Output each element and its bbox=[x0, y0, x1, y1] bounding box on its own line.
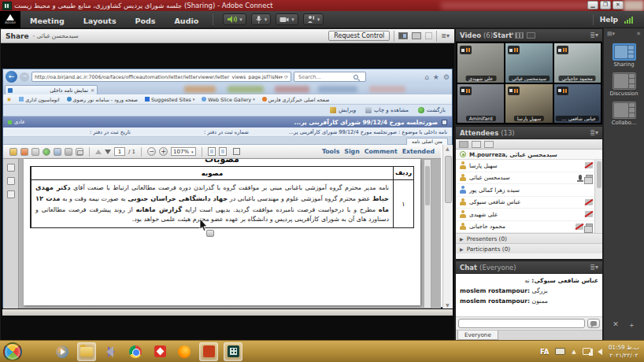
add-layout-icon[interactable]: ＋ bbox=[628, 320, 635, 331]
set-status-button[interactable]: ▾ bbox=[303, 13, 324, 25]
favorite-link[interactable]: اتوماسیون اداری bbox=[19, 97, 59, 102]
help-menu[interactable]: Help bbox=[600, 16, 618, 24]
layout-thumbnail[interactable] bbox=[613, 102, 636, 119]
search-box[interactable] bbox=[294, 72, 366, 82]
previous-page-icon[interactable] bbox=[95, 150, 102, 154]
fit-page-icon[interactable] bbox=[219, 147, 227, 156]
favorite-link[interactable]: صفحه اصلی خبرگزاری فارس bbox=[262, 97, 330, 102]
export-icon[interactable] bbox=[20, 148, 28, 156]
menu-item[interactable]: Audio bbox=[165, 17, 209, 25]
minimize-button[interactable]: ▁ bbox=[587, 1, 598, 9]
breakout-view-icon[interactable] bbox=[472, 141, 481, 148]
fit-width-icon[interactable] bbox=[208, 147, 216, 156]
attendee-row[interactable]: سیدمحسن غیاثی bbox=[456, 172, 596, 185]
webapp-action-button[interactable]: ویرایش bbox=[330, 107, 356, 113]
file-explorer[interactable] bbox=[77, 342, 96, 361]
webapp-action-button[interactable]: بازگشت bbox=[418, 107, 446, 113]
webapp-action-button[interactable]: مشاهده و چاپ bbox=[365, 107, 409, 113]
zoom-out-icon[interactable]: − bbox=[147, 147, 156, 156]
chevron-down-icon[interactable]: ▾ bbox=[291, 17, 294, 23]
attendees-scrollbar[interactable] bbox=[594, 160, 602, 233]
chevron-down-icon[interactable]: ▾ bbox=[239, 17, 242, 23]
attendee-row[interactable]: محمود حاجیانی bbox=[456, 221, 596, 234]
refresh-icon[interactable]: ▾ ⟳ bbox=[280, 74, 288, 79]
layout-thumbnail[interactable] bbox=[613, 72, 636, 90]
delete-layout-icon[interactable]: ✕ bbox=[613, 320, 619, 331]
tab-close-icon[interactable]: ✕ bbox=[91, 87, 94, 93]
email-icon[interactable] bbox=[76, 148, 83, 156]
grid-view-icon[interactable] bbox=[515, 32, 524, 39]
home-icon[interactable]: ⌂ bbox=[424, 73, 429, 81]
hidden-icons-arrow[interactable]: ▲ bbox=[572, 349, 576, 355]
expand-triangle-icon[interactable]: ▶ bbox=[460, 246, 464, 252]
powerpoint[interactable] bbox=[199, 342, 218, 361]
collapse-icon[interactable] bbox=[442, 120, 447, 125]
video-tile[interactable]: سیدمحسن غیاثی bbox=[505, 43, 552, 83]
attendee-row[interactable]: سیده زهرا کمالی پور bbox=[456, 184, 596, 197]
settings-gear-icon[interactable]: ⚙ bbox=[443, 73, 450, 81]
layout-item[interactable]: Collabo... bbox=[604, 102, 644, 126]
video-tile[interactable]: Aminifard bbox=[457, 84, 504, 124]
search-input[interactable] bbox=[297, 73, 352, 81]
menu-item[interactable]: Meeting bbox=[20, 17, 74, 25]
pod-menu-icon[interactable]: ≣▾ bbox=[590, 129, 598, 136]
favorite-link[interactable]: صفحه ورود - سامانه نور رضوی bbox=[67, 97, 138, 102]
video-tile[interactable]: سهیل پارسا bbox=[505, 84, 552, 124]
pdf-scrollbar[interactable] bbox=[424, 159, 431, 308]
pdf-menu-item[interactable]: Comment bbox=[365, 148, 398, 155]
video-tile[interactable]: علی شهیدی bbox=[457, 43, 504, 83]
screen-view-icon[interactable] bbox=[398, 32, 408, 39]
saveas-icon[interactable] bbox=[9, 148, 17, 156]
chevron-down-icon[interactable]: ▾ bbox=[317, 17, 320, 23]
search-icon[interactable] bbox=[353, 75, 358, 79]
add-favorite-icon[interactable]: ★ bbox=[6, 96, 12, 103]
print-icon[interactable] bbox=[65, 148, 72, 156]
zoom-view-icon[interactable] bbox=[412, 32, 421, 39]
address-bar[interactable]: http://oa.birjand.ac.ir:7006/oa/faces/of… bbox=[31, 72, 291, 82]
menu-item[interactable]: Pods bbox=[126, 17, 165, 25]
expand-icon[interactable] bbox=[233, 148, 240, 155]
layout-item[interactable]: Sharing bbox=[604, 43, 644, 68]
red-media-app[interactable] bbox=[150, 342, 169, 361]
layout-thumbnail[interactable] bbox=[613, 43, 636, 61]
chat-tab-everyone[interactable]: Everyone bbox=[457, 331, 498, 340]
clock[interactable]: ب.ظ 01:59 ۲۰۲۱/۲۲/۰۲ bbox=[609, 344, 639, 360]
firefox[interactable] bbox=[175, 342, 194, 361]
attendee-row[interactable]: سهیل پارسا bbox=[456, 160, 596, 172]
send-message-button[interactable] bbox=[587, 319, 600, 328]
start-webcam-button[interactable]: Start bbox=[493, 31, 512, 39]
browser-tab[interactable]: نمایش نامه داخلی ✕ bbox=[5, 85, 98, 94]
request-control-button[interactable]: Request Control bbox=[328, 31, 390, 41]
chat-input[interactable] bbox=[458, 319, 585, 328]
upload-icon[interactable] bbox=[43, 148, 50, 156]
pdf-menu-item[interactable]: Tools bbox=[322, 148, 339, 155]
expand-triangle-icon[interactable]: ▶ bbox=[460, 236, 464, 242]
filmstrip-view-icon[interactable] bbox=[527, 32, 535, 39]
attendee-row[interactable]: عباس شافعی سیوکی bbox=[456, 197, 596, 209]
pod-menu-icon[interactable]: ≣▾ bbox=[441, 32, 450, 39]
microphone-button[interactable]: ▾ bbox=[251, 13, 272, 25]
menu-item[interactable]: Layouts bbox=[74, 17, 126, 25]
browser-scrollbar[interactable]: ▲▼ bbox=[442, 145, 453, 308]
attendee-row[interactable]: علی شهیدی bbox=[456, 209, 596, 221]
bookmarks-icon[interactable] bbox=[7, 177, 15, 185]
favorite-link[interactable]: Suggested Sites bbox=[145, 97, 194, 102]
forward-button[interactable]: → bbox=[20, 72, 29, 82]
edit-icon[interactable] bbox=[31, 148, 39, 156]
tab-letter-body[interactable]: متن اصلی نامه bbox=[406, 138, 448, 145]
webcam-button[interactable]: ▾ bbox=[276, 13, 298, 25]
internet-explorer[interactable] bbox=[28, 342, 47, 361]
restore-button[interactable]: ❐ bbox=[600, 1, 611, 9]
connection-signal-icon[interactable] bbox=[624, 16, 633, 24]
language-indicator[interactable]: FA bbox=[540, 348, 549, 356]
status-view-icon[interactable] bbox=[484, 141, 494, 148]
attendee-group-row[interactable]: ▶ Presenters (0) bbox=[456, 233, 602, 243]
attendee-list-view-icon[interactable] bbox=[459, 141, 468, 148]
pod-menu-icon[interactable]: ≣▾ bbox=[590, 264, 598, 271]
layout-menu-icon[interactable]: ▤▾ bbox=[607, 31, 615, 37]
next-page-icon[interactable] bbox=[105, 150, 111, 154]
media-player[interactable] bbox=[53, 342, 72, 361]
speaker-button[interactable]: ▾ bbox=[223, 13, 246, 25]
adobe-connect[interactable] bbox=[224, 342, 242, 361]
favorite-link[interactable]: Web Slice Gallery bbox=[202, 97, 255, 102]
